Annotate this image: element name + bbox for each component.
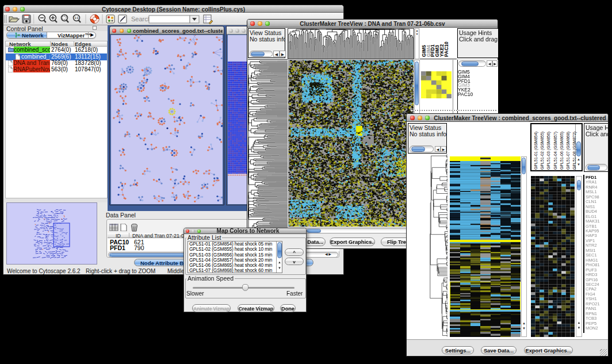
svg-text:1:1: 1:1 [74,16,78,20]
